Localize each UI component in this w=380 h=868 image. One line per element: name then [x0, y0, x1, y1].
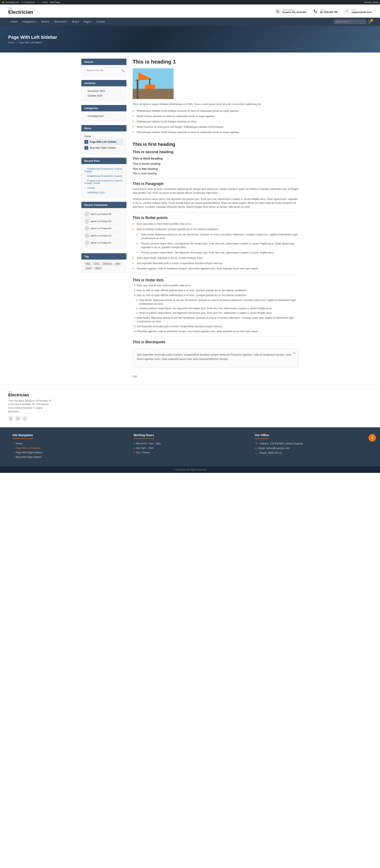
- floating-back-to-top[interactable]: ⬆: [369, 434, 376, 441]
- menu-item-left-sidebar[interactable]: ▼ Page With Left Sidebar: [85, 139, 123, 145]
- comment-text[interactable]: admin on Product 05: [91, 220, 112, 222]
- recent-post-item[interactable]: WORKING STEP: [85, 190, 123, 195]
- edit-link[interactable]: Edit: [133, 375, 137, 378]
- ordered-subitem: Nulla facilisi. Maecenas lacinia ac nisl…: [139, 298, 298, 306]
- tag-diamond[interactable]: Diamond: [101, 262, 113, 266]
- categories-widget-title: Categories: [82, 105, 126, 111]
- tag-bad[interactable]: Bad: [85, 262, 91, 266]
- bullet-item-sub: Vivamus pretium neque libero, sed dignis…: [137, 250, 298, 255]
- logo-electrician: Electrician: [8, 9, 33, 15]
- footer-top: Your Electrician There Are Many Variatio…: [0, 384, 380, 427]
- office-info-list: 📍 Address: 123 Pai Mall, London England …: [255, 442, 368, 455]
- footer-nav-home[interactable]: Home: [12, 442, 125, 445]
- menu-list: Home ▼ Page With Left Sidebar ▼ Blog Wit…: [85, 134, 123, 151]
- comment-text[interactable]: admin on Product 04: [91, 227, 112, 230]
- logo-your: Your: [8, 7, 33, 9]
- footer-nav-title: Site Navigation: [12, 433, 33, 439]
- hours-item: Mon to Fri: 7am – 6pm: [134, 442, 247, 445]
- blockquote-text: Sed imperdiet venenatis justo a ornare. …: [137, 353, 294, 361]
- ordered-item: Nulla facilisi. Maecenas lacinia ac nisl…: [137, 316, 298, 323]
- phone-text: Phone: 8888-444-22: [259, 452, 282, 455]
- menu-link-home[interactable]: Home: [85, 135, 123, 138]
- nav-search-input[interactable]: [334, 20, 366, 24]
- office-email: ✉ Email: helloe@example.com: [255, 447, 368, 450]
- footer-hours-title: Working Hours: [134, 433, 154, 439]
- cart-icon[interactable]: 🛒 4: [368, 20, 372, 24]
- admin-customize[interactable]: ✏ Customize: [22, 1, 35, 4]
- recent-post-item[interactable]: Enlightening Perspectives: Explore: [85, 174, 123, 178]
- archive-item[interactable]: November 2024: [85, 89, 123, 93]
- social-facebook[interactable]: f: [22, 416, 28, 421]
- email-value: support@Info.Com: [351, 11, 372, 13]
- footer-nav-blog[interactable]: Blog With Right Sidebar: [12, 456, 125, 459]
- tag-good[interactable]: Good: [85, 267, 93, 270]
- phone-icon-footer: 📞: [255, 452, 258, 455]
- paragraph-title: This is Paragraph: [133, 182, 298, 186]
- ordered-subitem: Vivamus pretium neque libero, sed dignis…: [139, 311, 298, 315]
- heading-3: This is second heading: [133, 150, 298, 154]
- archive-item[interactable]: October 2024: [85, 93, 123, 98]
- tag-sold[interactable]: Sold: [114, 262, 121, 266]
- menu-toggle-2[interactable]: ▼: [85, 146, 88, 150]
- comment-text[interactable]: admin on Product 06: [91, 213, 112, 215]
- breadcrumb-home[interactable]: Home: [8, 41, 14, 44]
- admin-icons: ○: [37, 1, 39, 3]
- menu-widget: Menu Home ▼ Page With Left Sidebar ▼: [82, 125, 126, 154]
- recent-comments-widget: Recent Comments admin on Product 06 admi…: [82, 202, 126, 249]
- comment-text[interactable]: admin on Product 03: [91, 235, 112, 237]
- tag-cloth[interactable]: Cloth: [92, 262, 100, 266]
- heading-6: This is sixth heading: [133, 172, 298, 175]
- recent-post-item[interactable]: Enlightening Perspectives: Explore, Enga…: [85, 166, 123, 174]
- list-item: Pellentesque habitant morbi tristique se…: [133, 108, 298, 114]
- admin-edit-page[interactable]: Edit Page: [50, 1, 60, 3]
- heading-4: This is third heading: [133, 157, 298, 160]
- admin-new[interactable]: + New: [41, 1, 48, 3]
- nav-blog[interactable]: Blog ▾: [69, 18, 81, 26]
- social-twitter[interactable]: 𝕏: [8, 416, 13, 421]
- recent-post-item[interactable]: Sample: [85, 186, 123, 190]
- archives-widget-content: November 2024 October 2024: [82, 86, 126, 101]
- menu-toggle[interactable]: ▼: [85, 140, 88, 144]
- menu-link-left-sidebar[interactable]: ▼ Page With Left Sidebar: [85, 140, 123, 144]
- category-list: Uncategorized: [85, 114, 123, 118]
- phone-label: Phone: [320, 9, 338, 11]
- list-item: Pellentesque habitant morbi tristique se…: [133, 130, 298, 135]
- nav-service[interactable]: Service: [38, 18, 52, 26]
- menu-item-home[interactable]: Home: [85, 134, 123, 139]
- email-icon: ✉: [344, 8, 350, 14]
- menu-widget-content: Home ▼ Page With Left Sidebar ▼ Blog Wit…: [82, 131, 126, 154]
- phone-info: 📞 Phone (0) 1234-456-798: [312, 8, 338, 14]
- footer-logo-your: Your: [8, 391, 53, 393]
- category-item[interactable]: Uncategorized: [85, 114, 123, 118]
- recent-post-item[interactable]: Enlightening Perspectives: Explore, Enga…: [85, 178, 123, 186]
- footer-nav-left-sidebar[interactable]: Page With Left Sidebar: [12, 446, 125, 450]
- search-button[interactable]: 🔍: [121, 69, 125, 72]
- tags-widget: Tag Bad Cloth Diamond Sold Good Shine: [82, 253, 126, 273]
- recent-comments-title: Recent Comments: [82, 202, 126, 208]
- nav-shortcode[interactable]: Shortcode ▾: [52, 18, 69, 26]
- nav-page[interactable]: Page ▾: [82, 18, 94, 26]
- social-instagram[interactable]: in: [15, 416, 21, 421]
- search-input[interactable]: [85, 67, 123, 73]
- ordered-item: Nam ac nibh id turpis efficitur pellente…: [137, 288, 298, 292]
- bullet-list: Nunc quis ante et enim viverra porttitor…: [133, 221, 298, 271]
- nav-contact[interactable]: Contact: [94, 18, 107, 26]
- menu-widget-title: Menu: [82, 125, 126, 131]
- nav-categories[interactable]: Categories ▾: [20, 18, 38, 26]
- footer-nav-right-sidebar[interactable]: Page With Right Sidebar: [12, 451, 125, 454]
- site-logo: Your Electrician: [8, 7, 33, 15]
- footer-social: 𝕏 in f: [8, 416, 53, 421]
- menu-item-right-sidebar[interactable]: ▼ Blog With Right Sidebar: [85, 145, 123, 151]
- footer-office-title: Our Office: [255, 433, 269, 439]
- comment-avatar: [85, 233, 89, 238]
- nav-search-area: 🛒 4: [334, 20, 372, 24]
- footer-logo-area: Your Electrician There Are Many Variatio…: [8, 391, 53, 421]
- bullet-item: Nunc quis ante et enim viverra porttitor…: [133, 221, 298, 226]
- blockquote-section: ❝ Sed imperdiet venenatis justo a ornare…: [133, 348, 298, 368]
- menu-link-right-sidebar[interactable]: ▼ Blog With Right Sidebar: [85, 146, 123, 150]
- hero-banner: Page With Left Sidebar Home → Page With …: [0, 26, 380, 53]
- nav-home[interactable]: Home: [8, 18, 20, 26]
- ordered-item: Nam ac nibh id turpis efficitur pellente…: [137, 293, 298, 315]
- tag-shine[interactable]: Shine: [94, 267, 102, 270]
- comment-text[interactable]: admin on Product 01: [91, 242, 112, 244]
